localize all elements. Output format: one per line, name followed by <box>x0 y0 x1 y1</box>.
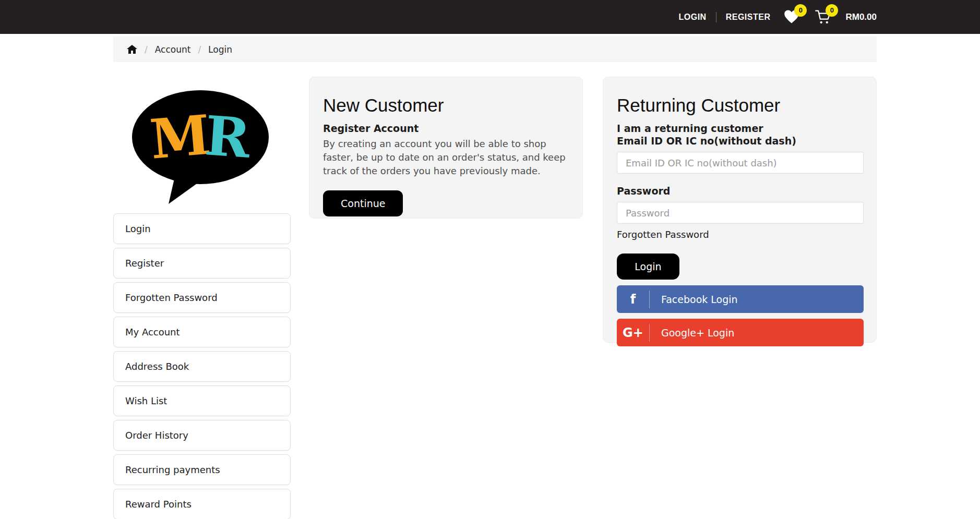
breadcrumb-login[interactable]: Login <box>208 44 232 55</box>
new-customer-panel: New Customer Register Account By creatin… <box>309 77 583 219</box>
password-field[interactable] <box>617 202 864 224</box>
sidebar-nav-item-label: Forgotten Password <box>125 292 218 303</box>
returning-customer-title: Returning Customer <box>617 95 863 116</box>
register-account-heading: Register Account <box>323 123 569 134</box>
sidebar-nav-item-label: Wish List <box>125 395 167 406</box>
home-icon[interactable] <box>127 45 137 54</box>
sidebar-nav-item-label: Order History <box>125 430 188 441</box>
sidebar-nav-item-label: Register <box>125 258 164 269</box>
top-bar: LOGIN REGISTER 0 0 <box>0 0 980 34</box>
breadcrumb: / Account / Login <box>113 37 877 62</box>
sidebar-nav-item-label: Recurring payments <box>125 464 220 475</box>
sidebar-nav-item-label: Address Book <box>125 361 189 372</box>
facebook-login-button[interactable]: f Facebook Login <box>617 285 864 313</box>
sidebar-nav-item[interactable]: Wish List <box>113 385 291 416</box>
register-account-description: By creating an account you will be able … <box>323 137 569 178</box>
logo-letter-r: R <box>204 108 252 166</box>
sidebar-nav-item[interactable]: Forgotten Password <box>113 282 291 313</box>
login-page: LOGIN REGISTER 0 0 <box>0 0 980 519</box>
account-sidebar: M R Login Register Forgotten Password My… <box>113 77 291 519</box>
login-button[interactable]: Login <box>617 254 679 280</box>
wishlist-button[interactable]: 0 <box>784 9 802 25</box>
sidebar-nav-item[interactable]: Register <box>113 248 291 279</box>
sidebar-nav-item[interactable]: Address Book <box>113 351 291 382</box>
sidebar-nav-item[interactable]: My Account <box>113 317 291 347</box>
sidebar-nav-item[interactable]: Recurring payments <box>113 454 291 485</box>
google-login-label: Google+ Login <box>661 327 734 339</box>
returning-customer-subtitle: I am a returning customer <box>617 123 863 134</box>
email-field[interactable] <box>617 152 864 174</box>
topbar-divider <box>716 12 716 22</box>
password-label: Password <box>617 185 863 197</box>
google-plus-icon: G+ <box>617 325 649 340</box>
topbar-login-link[interactable]: LOGIN <box>679 13 707 22</box>
facebook-button-divider <box>649 291 650 308</box>
sidebar-nav-item-label: My Account <box>125 327 180 337</box>
sidebar-nav-item-label: Login <box>125 223 151 234</box>
google-login-button[interactable]: G+ Google+ Login <box>617 319 864 346</box>
cart-count-badge: 0 <box>826 4 838 17</box>
topbar-register-link[interactable]: REGISTER <box>726 13 771 22</box>
cart-button[interactable]: 0 <box>815 9 833 25</box>
wishlist-count-badge: 0 <box>794 4 807 17</box>
sidebar-nav-item-label: Reward Points <box>125 499 192 510</box>
cart-total[interactable]: RM0.00 <box>845 12 877 22</box>
breadcrumb-separator: / <box>145 44 148 55</box>
google-button-divider <box>649 324 650 342</box>
sidebar-nav-item[interactable]: Reward Points <box>113 489 291 519</box>
facebook-icon: f <box>617 292 649 307</box>
sidebar-nav-item[interactable]: Login <box>113 213 291 244</box>
sidebar-nav-item[interactable]: Order History <box>113 420 291 451</box>
account-nav-list: Login Register Forgotten Password My Acc… <box>113 213 291 519</box>
store-logo[interactable]: M R <box>113 77 291 207</box>
returning-customer-panel: Returning Customer I am a returning cust… <box>603 77 877 343</box>
new-customer-title: New Customer <box>323 95 569 116</box>
continue-button[interactable]: Continue <box>323 190 403 216</box>
breadcrumb-separator: / <box>198 44 201 55</box>
facebook-login-label: Facebook Login <box>661 294 738 305</box>
forgotten-password-link[interactable]: Forgotten Password <box>617 229 863 240</box>
email-label: Email ID OR IC no(without dash) <box>617 135 863 147</box>
breadcrumb-account[interactable]: Account <box>155 44 191 55</box>
logo-speech-bubble: M R <box>132 90 269 184</box>
